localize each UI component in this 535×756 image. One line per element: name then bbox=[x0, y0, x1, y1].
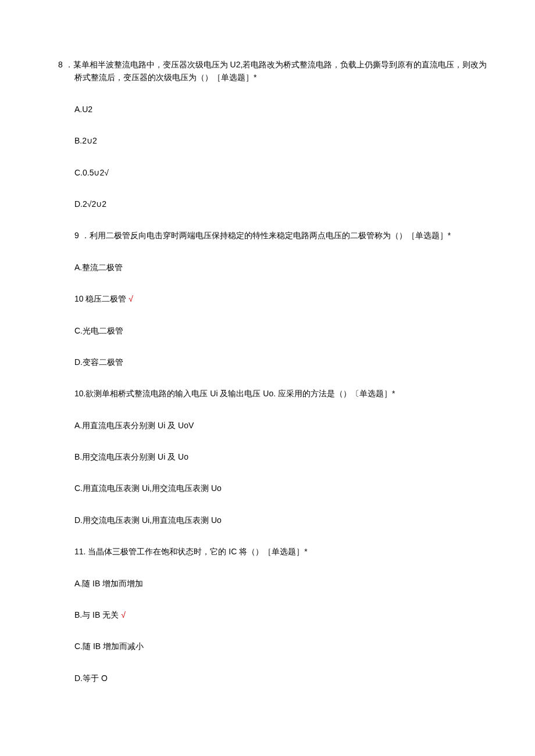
check-mark-icon: √ bbox=[129, 294, 133, 303]
question-9-option-a: A.整流二极管 bbox=[58, 261, 494, 274]
question-11-option-c: C.随 IB 增加而减小 bbox=[58, 640, 494, 653]
document-page: 8 ．某单相半波整流电路中，变压器次级电压为 U2,若电路改为桥式整流电路，负载… bbox=[0, 0, 535, 738]
question-11-option-d: D.等于 O bbox=[58, 672, 494, 685]
question-8-stem: 8 ．某单相半波整流电路中，变压器次级电压为 U2,若电路改为桥式整流电路，负载… bbox=[58, 58, 494, 84]
question-11-option-b: B.与 IB 无关 √ bbox=[58, 608, 494, 621]
question-8-option-c: C.0.5∪2√ bbox=[58, 166, 494, 179]
option-text: 10 稳压二极管 bbox=[74, 294, 129, 303]
question-9-stem: 9 ．利用二极管反向电击穿时两端电压保持稳定的特性来稳定电路两点电压的二极管称为… bbox=[58, 229, 494, 242]
question-9-option-d: D.变容二极管 bbox=[58, 356, 494, 368]
question-8-option-d: D.2√2∪2 bbox=[58, 198, 494, 210]
question-10-option-c: C.用直流电压表测 Ui,用交流电压表测 Uo bbox=[58, 482, 494, 495]
question-10-option-a: A.用直流电压表分别测 Ui 及 UoV bbox=[58, 419, 494, 432]
question-10-stem: 10.欲测单相桥式整流电路的输入电压 Ui 及输出电压 Uo. 应采用的方法是（… bbox=[58, 387, 494, 400]
option-text: B.与 IB 无关 bbox=[74, 610, 121, 619]
question-10-option-d: D.用交流电压表测 Ui,用直流电压表测 Uo bbox=[58, 514, 494, 526]
question-8-option-b: B.2∪2 bbox=[58, 134, 494, 147]
question-11-option-a: A.随 IB 增加而增加 bbox=[58, 577, 494, 590]
question-8-option-a: A.U2 bbox=[58, 103, 494, 116]
question-11-stem: 11. 当晶体三极管工作在饱和状态时，它的 IC 将（）［单选题］* bbox=[58, 545, 494, 558]
question-9-option-c: C.光电二极管 bbox=[58, 324, 494, 337]
question-10-option-b: B.用交流电压表分别测 Ui 及 Uo bbox=[58, 450, 494, 463]
check-mark-icon: √ bbox=[121, 610, 126, 619]
question-9-option-b: 10 稳压二极管 √ bbox=[58, 292, 494, 305]
